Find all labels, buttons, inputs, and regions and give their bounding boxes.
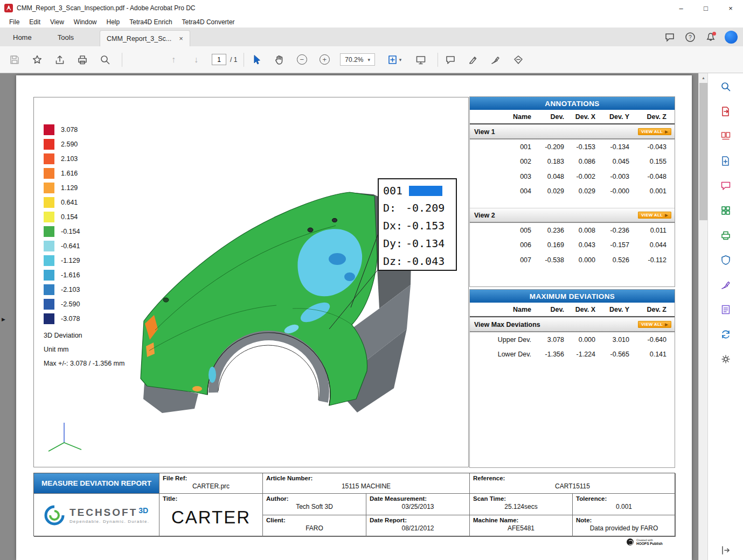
comment-panel-icon[interactable] [720, 180, 732, 192]
left-panel-expand-handle[interactable]: ▶ [0, 312, 7, 327]
document-viewport[interactable]: 3.0782.5902.1031.6161.1290.6410.154-0.15… [0, 73, 707, 560]
max-deviations-view-all-button[interactable]: VIEW ALL ▶ [638, 321, 671, 328]
hand-tool-icon[interactable] [272, 53, 286, 67]
minimize-button[interactable]: – [669, 0, 693, 16]
menu-tetra4d-enrich[interactable]: Tetra4D Enrich [124, 16, 177, 28]
save-icon[interactable] [8, 53, 22, 67]
favorite-star-icon[interactable] [30, 53, 44, 67]
create-pdf-icon[interactable] [720, 155, 732, 167]
table-row: 001-0.209-0.153-0.134-0.043 [470, 139, 675, 155]
fill-sign-icon[interactable] [720, 279, 732, 291]
legend-unit: Unit mm [44, 342, 162, 356]
tab-bar-right: ? [663, 28, 738, 46]
axes-triad-icon [48, 423, 81, 451]
legend-item: -2.103 [44, 284, 162, 295]
account-avatar[interactable] [725, 31, 738, 44]
legend-item: 2.103 [44, 153, 162, 164]
view1-label: View 1 [474, 128, 495, 136]
share-upload-icon[interactable] [53, 53, 67, 67]
callout-color-swatch [409, 186, 442, 196]
field-file-ref: File Ref: CARTER.prc [159, 473, 263, 494]
protect-icon[interactable] [720, 254, 732, 266]
maximize-button[interactable]: □ [693, 0, 718, 16]
menu-file[interactable]: File [4, 16, 24, 28]
table-cell: 3.010 [595, 336, 629, 344]
export-pdf-icon[interactable] [720, 106, 732, 117]
search-tools-icon[interactable] [720, 81, 732, 93]
table-row: 0040.0290.029-0.0000.001 [470, 184, 675, 199]
field-machine-name: Machine Name: AFE5481 [470, 515, 573, 537]
brand-tagline: Dependable. Dynamic. Durable. [70, 519, 149, 524]
vertical-scrollbar[interactable]: ▲ [698, 73, 707, 560]
tab-close-icon[interactable]: × [179, 34, 183, 43]
arrow-right-icon: ▶ [665, 130, 668, 134]
menu-tetra4d-converter[interactable]: Tetra4D Converter [177, 16, 240, 28]
zoom-out-icon[interactable]: − [295, 53, 309, 67]
view2-view-all-button[interactable]: VIEW ALL ▶ [638, 212, 671, 219]
svg-text:?: ? [689, 34, 692, 40]
notifications-bell-icon[interactable] [704, 31, 717, 44]
callout-value: -0.209 [406, 201, 445, 214]
more-tools-icon[interactable] [720, 353, 732, 365]
table-cell: 0.045 [595, 158, 629, 165]
table-row: 007-0.5380.0000.526-0.112 [470, 253, 675, 268]
zoom-in-icon[interactable]: + [317, 53, 331, 67]
zoom-level-dropdown[interactable]: 70.2% ▾ [340, 53, 375, 66]
scroll-up-icon[interactable]: ▲ [699, 73, 707, 82]
comment-tool-icon[interactable] [443, 53, 457, 67]
max-deviations-header: MAXIMUM DEVIATIONS [470, 290, 675, 303]
page-number-input[interactable] [212, 54, 226, 65]
sign-tool-icon[interactable] [489, 53, 503, 67]
table-cell: 0.044 [629, 241, 666, 249]
tab-tools[interactable]: Tools [45, 28, 87, 46]
3d-model-view[interactable]: 3.0782.5902.1031.6161.1290.6410.154-0.15… [33, 97, 469, 467]
legend-item: 2.590 [44, 139, 162, 150]
table-cell: 001 [470, 143, 531, 151]
table-cell: -0.209 [531, 143, 564, 151]
legend-value: -3.078 [61, 315, 80, 323]
scan-ocr-icon[interactable] [720, 229, 732, 241]
previous-page-icon[interactable]: ↑ [166, 53, 180, 67]
col-name: Name [470, 306, 531, 313]
expand-tools-panel[interactable] [707, 545, 743, 556]
legend-value: 3.078 [61, 126, 78, 134]
send-for-review-icon[interactable] [720, 328, 732, 340]
page-display-dropdown[interactable]: ▾ [384, 53, 405, 67]
select-tool-icon[interactable] [249, 53, 263, 67]
close-button[interactable]: × [718, 0, 743, 16]
max-deviations-section-row: View Max Deviations VIEW ALL ▶ [470, 317, 675, 332]
find-icon[interactable] [98, 53, 112, 67]
print-icon[interactable] [75, 53, 89, 67]
pdf-page: 3.0782.5902.1031.6161.1290.6410.154-0.15… [16, 75, 692, 560]
main-toolbar: ↑ ↓ / 1 − + 70.2% ▾ ▾ [0, 46, 743, 73]
combine-files-icon[interactable] [720, 205, 732, 216]
presentation-mode-icon[interactable] [414, 53, 428, 67]
table-cell: 0.526 [595, 256, 629, 264]
scrollbar-thumb[interactable] [699, 83, 707, 220]
feedback-bubble-icon[interactable] [663, 31, 676, 44]
tab-home[interactable]: Home [0, 28, 45, 46]
callout-line: Dz:-0.043 [383, 252, 452, 270]
notification-dot [712, 32, 716, 36]
legend-value: 1.129 [61, 184, 78, 192]
tab-document[interactable]: CMM_Report_3_Sc... × [100, 30, 190, 46]
highlight-tool-icon[interactable] [466, 53, 480, 67]
menu-edit[interactable]: Edit [24, 16, 45, 28]
prepare-form-icon[interactable] [720, 304, 732, 316]
toolbar-separator [244, 53, 244, 67]
table-cell: 0.000 [564, 256, 595, 264]
menu-view[interactable]: View [45, 16, 69, 28]
next-page-icon[interactable]: ↓ [189, 53, 203, 67]
col-dev-x: Dev. X [564, 113, 595, 121]
organize-pages-icon[interactable] [720, 130, 732, 142]
help-icon[interactable]: ? [684, 31, 697, 44]
table-row: Upper Dev.3.0780.0003.010-0.640 [470, 332, 675, 347]
callout-lines: D:-0.209Dx:-0.153Dy:-0.134Dz:-0.043 [383, 199, 452, 270]
view1-view-all-button[interactable]: VIEW ALL ▶ [638, 128, 671, 135]
stamp-tool-icon[interactable] [511, 53, 525, 67]
menu-window[interactable]: Window [69, 16, 102, 28]
table-cell: 0.183 [531, 158, 564, 165]
legend-swatch [44, 299, 54, 310]
legend-title: 3D Deviation [44, 328, 162, 342]
menu-help[interactable]: Help [102, 16, 125, 28]
